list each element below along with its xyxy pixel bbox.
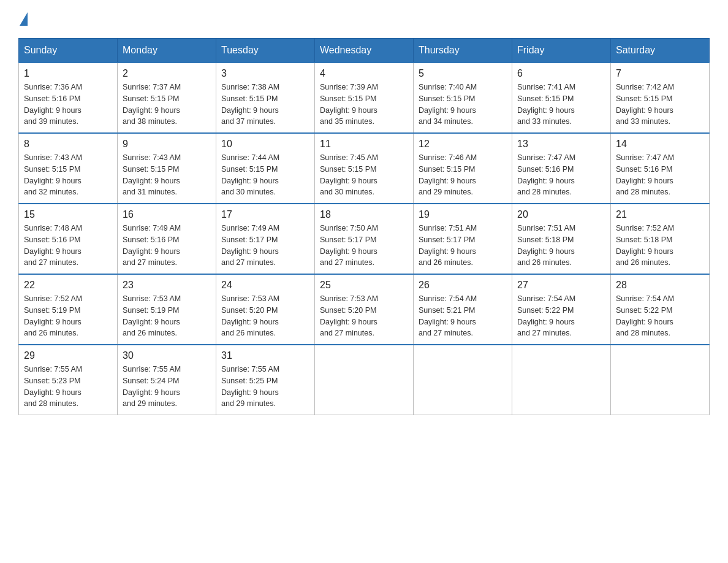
calendar-cell: 5 Sunrise: 7:40 AM Sunset: 5:15 PM Dayli… xyxy=(414,63,512,133)
day-info: Sunrise: 7:43 AM Sunset: 5:15 PM Dayligh… xyxy=(123,152,211,198)
week-row-3: 15 Sunrise: 7:48 AM Sunset: 5:16 PM Dayl… xyxy=(19,204,710,274)
day-number: 28 xyxy=(616,280,704,291)
day-number: 10 xyxy=(221,139,309,150)
day-number: 4 xyxy=(320,68,408,79)
calendar-cell: 30 Sunrise: 7:55 AM Sunset: 5:24 PM Dayl… xyxy=(118,345,216,415)
day-number: 1 xyxy=(24,68,112,79)
day-header-row: SundayMondayTuesdayWednesdayThursdayFrid… xyxy=(19,39,710,63)
day-number: 20 xyxy=(517,209,605,220)
day-info: Sunrise: 7:49 AM Sunset: 5:16 PM Dayligh… xyxy=(123,223,211,269)
day-number: 2 xyxy=(123,68,211,79)
calendar-cell: 17 Sunrise: 7:49 AM Sunset: 5:17 PM Dayl… xyxy=(216,204,315,274)
day-number: 31 xyxy=(221,350,309,361)
day-header-saturday: Saturday xyxy=(611,39,710,63)
day-number: 21 xyxy=(616,209,704,220)
day-info: Sunrise: 7:50 AM Sunset: 5:17 PM Dayligh… xyxy=(320,223,408,269)
calendar-cell: 15 Sunrise: 7:48 AM Sunset: 5:16 PM Dayl… xyxy=(19,204,118,274)
day-info: Sunrise: 7:36 AM Sunset: 5:16 PM Dayligh… xyxy=(24,82,112,128)
calendar-cell: 25 Sunrise: 7:53 AM Sunset: 5:20 PM Dayl… xyxy=(315,274,414,345)
day-info: Sunrise: 7:52 AM Sunset: 5:19 PM Dayligh… xyxy=(24,293,112,339)
calendar-cell: 24 Sunrise: 7:53 AM Sunset: 5:20 PM Dayl… xyxy=(216,274,315,345)
day-number: 9 xyxy=(123,139,211,150)
calendar-cell: 14 Sunrise: 7:47 AM Sunset: 5:16 PM Dayl… xyxy=(611,133,710,204)
calendar-cell: 19 Sunrise: 7:51 AM Sunset: 5:17 PM Dayl… xyxy=(414,204,512,274)
calendar-cell xyxy=(315,345,414,415)
day-number: 16 xyxy=(123,209,211,220)
day-info: Sunrise: 7:54 AM Sunset: 5:22 PM Dayligh… xyxy=(616,293,704,339)
calendar-cell: 7 Sunrise: 7:42 AM Sunset: 5:15 PM Dayli… xyxy=(611,63,710,133)
calendar-cell: 22 Sunrise: 7:52 AM Sunset: 5:19 PM Dayl… xyxy=(19,274,118,345)
calendar-cell xyxy=(414,345,512,415)
day-number: 30 xyxy=(123,350,211,361)
day-header-monday: Monday xyxy=(118,39,216,63)
day-info: Sunrise: 7:45 AM Sunset: 5:15 PM Dayligh… xyxy=(320,152,408,198)
day-info: Sunrise: 7:47 AM Sunset: 5:16 PM Dayligh… xyxy=(616,152,704,198)
day-number: 11 xyxy=(320,139,408,150)
day-info: Sunrise: 7:47 AM Sunset: 5:16 PM Dayligh… xyxy=(517,152,605,198)
day-info: Sunrise: 7:53 AM Sunset: 5:20 PM Dayligh… xyxy=(221,293,309,339)
day-number: 25 xyxy=(320,280,408,291)
week-row-4: 22 Sunrise: 7:52 AM Sunset: 5:19 PM Dayl… xyxy=(19,274,710,345)
day-number: 8 xyxy=(24,139,112,150)
calendar-cell: 1 Sunrise: 7:36 AM Sunset: 5:16 PM Dayli… xyxy=(19,63,118,133)
day-info: Sunrise: 7:41 AM Sunset: 5:15 PM Dayligh… xyxy=(517,82,605,128)
calendar-cell xyxy=(611,345,710,415)
day-info: Sunrise: 7:54 AM Sunset: 5:22 PM Dayligh… xyxy=(517,293,605,339)
day-info: Sunrise: 7:53 AM Sunset: 5:19 PM Dayligh… xyxy=(123,293,211,339)
day-info: Sunrise: 7:40 AM Sunset: 5:15 PM Dayligh… xyxy=(419,82,507,128)
day-info: Sunrise: 7:43 AM Sunset: 5:15 PM Dayligh… xyxy=(24,152,112,198)
calendar-cell: 20 Sunrise: 7:51 AM Sunset: 5:18 PM Dayl… xyxy=(512,204,611,274)
calendar-cell: 8 Sunrise: 7:43 AM Sunset: 5:15 PM Dayli… xyxy=(19,133,118,204)
calendar-cell: 11 Sunrise: 7:45 AM Sunset: 5:15 PM Dayl… xyxy=(315,133,414,204)
day-header-tuesday: Tuesday xyxy=(216,39,315,63)
calendar-cell: 12 Sunrise: 7:46 AM Sunset: 5:15 PM Dayl… xyxy=(414,133,512,204)
day-number: 3 xyxy=(221,68,309,79)
calendar-table: SundayMondayTuesdayWednesdayThursdayFrid… xyxy=(18,38,710,415)
day-info: Sunrise: 7:39 AM Sunset: 5:15 PM Dayligh… xyxy=(320,82,408,128)
calendar-cell: 13 Sunrise: 7:47 AM Sunset: 5:16 PM Dayl… xyxy=(512,133,611,204)
logo-text xyxy=(18,12,28,26)
day-info: Sunrise: 7:52 AM Sunset: 5:18 PM Dayligh… xyxy=(616,223,704,269)
day-info: Sunrise: 7:55 AM Sunset: 5:24 PM Dayligh… xyxy=(123,364,211,410)
day-number: 15 xyxy=(24,209,112,220)
logo xyxy=(18,12,28,26)
calendar-cell: 26 Sunrise: 7:54 AM Sunset: 5:21 PM Dayl… xyxy=(414,274,512,345)
week-row-2: 8 Sunrise: 7:43 AM Sunset: 5:15 PM Dayli… xyxy=(19,133,710,204)
day-number: 7 xyxy=(616,68,704,79)
calendar-cell: 31 Sunrise: 7:55 AM Sunset: 5:25 PM Dayl… xyxy=(216,345,315,415)
day-info: Sunrise: 7:46 AM Sunset: 5:15 PM Dayligh… xyxy=(419,152,507,198)
day-header-sunday: Sunday xyxy=(19,39,118,63)
day-info: Sunrise: 7:55 AM Sunset: 5:25 PM Dayligh… xyxy=(221,364,309,410)
day-number: 14 xyxy=(616,139,704,150)
calendar-cell: 27 Sunrise: 7:54 AM Sunset: 5:22 PM Dayl… xyxy=(512,274,611,345)
calendar-cell: 16 Sunrise: 7:49 AM Sunset: 5:16 PM Dayl… xyxy=(118,204,216,274)
calendar-cell xyxy=(512,345,611,415)
day-number: 22 xyxy=(24,280,112,291)
day-header-wednesday: Wednesday xyxy=(315,39,414,63)
day-number: 27 xyxy=(517,280,605,291)
day-number: 12 xyxy=(419,139,507,150)
day-info: Sunrise: 7:49 AM Sunset: 5:17 PM Dayligh… xyxy=(221,223,309,269)
day-number: 18 xyxy=(320,209,408,220)
day-info: Sunrise: 7:55 AM Sunset: 5:23 PM Dayligh… xyxy=(24,364,112,410)
day-number: 5 xyxy=(419,68,507,79)
calendar-cell: 4 Sunrise: 7:39 AM Sunset: 5:15 PM Dayli… xyxy=(315,63,414,133)
calendar-cell: 21 Sunrise: 7:52 AM Sunset: 5:18 PM Dayl… xyxy=(611,204,710,274)
day-info: Sunrise: 7:37 AM Sunset: 5:15 PM Dayligh… xyxy=(123,82,211,128)
day-info: Sunrise: 7:51 AM Sunset: 5:18 PM Dayligh… xyxy=(517,223,605,269)
day-info: Sunrise: 7:54 AM Sunset: 5:21 PM Dayligh… xyxy=(419,293,507,339)
logo-triangle-icon xyxy=(20,12,28,26)
day-number: 29 xyxy=(24,350,112,361)
day-info: Sunrise: 7:42 AM Sunset: 5:15 PM Dayligh… xyxy=(616,82,704,128)
day-number: 23 xyxy=(123,280,211,291)
week-row-1: 1 Sunrise: 7:36 AM Sunset: 5:16 PM Dayli… xyxy=(19,63,710,133)
day-number: 19 xyxy=(419,209,507,220)
calendar-cell: 29 Sunrise: 7:55 AM Sunset: 5:23 PM Dayl… xyxy=(19,345,118,415)
day-number: 24 xyxy=(221,280,309,291)
day-number: 13 xyxy=(517,139,605,150)
page-header xyxy=(18,12,710,26)
calendar-cell: 23 Sunrise: 7:53 AM Sunset: 5:19 PM Dayl… xyxy=(118,274,216,345)
day-info: Sunrise: 7:38 AM Sunset: 5:15 PM Dayligh… xyxy=(221,82,309,128)
day-info: Sunrise: 7:44 AM Sunset: 5:15 PM Dayligh… xyxy=(221,152,309,198)
day-number: 26 xyxy=(419,280,507,291)
